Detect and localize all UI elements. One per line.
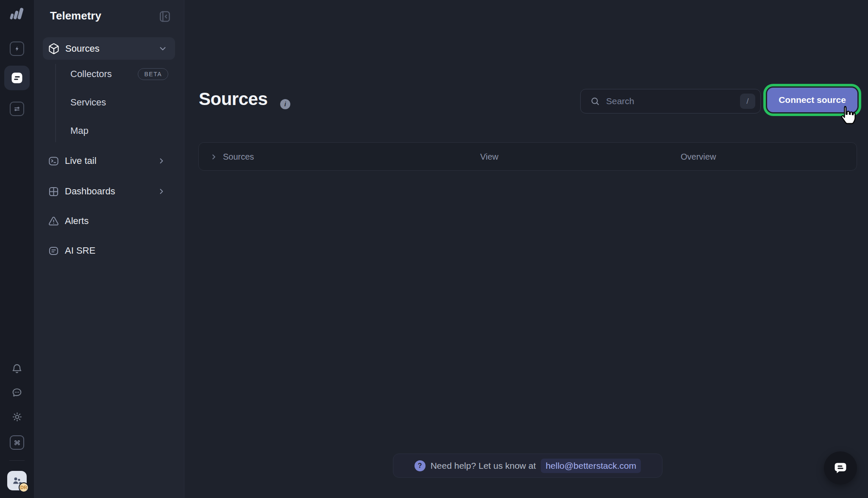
feedback-button[interactable]	[11, 387, 23, 400]
sidebar-item-ai-sre[interactable]: AI SRE	[43, 241, 175, 260]
search-input[interactable]	[606, 96, 740, 106]
app-root: DR Telemetry Sources Collec	[0, 0, 868, 498]
terminal-icon	[48, 155, 59, 167]
grid-icon	[48, 186, 59, 197]
rail-row-account: DR	[0, 471, 34, 490]
sliders-nav-button[interactable]	[10, 102, 24, 116]
lightning-icon	[13, 45, 21, 53]
chevron-down-icon	[158, 44, 167, 53]
sidebar-item-label: AI SRE	[65, 245, 95, 256]
beta-badge: BETA	[138, 68, 168, 80]
table-group-toggle[interactable]: Sources	[210, 143, 254, 171]
search-icon	[590, 96, 600, 106]
rail-row-uptime	[0, 42, 34, 56]
connect-source-button[interactable]: Connect source	[767, 88, 857, 112]
rail-row-feedback	[0, 387, 34, 400]
chat-dots-icon	[11, 387, 23, 398]
sidebar-item-label: Collectors	[70, 69, 112, 80]
chat-bubble-icon	[832, 460, 849, 476]
shortcuts-button[interactable]	[10, 435, 24, 450]
sidebar-item-services[interactable]: Services	[43, 93, 175, 112]
help-email-link[interactable]: hello@betterstack.com	[541, 459, 641, 473]
sidebar: Telemetry Sources Collectors BETA	[34, 0, 184, 498]
icon-rail: DR	[0, 0, 34, 498]
column-header-overview: Overview	[681, 152, 716, 162]
page-title: Sources	[199, 89, 267, 109]
rail-row-notifications	[0, 363, 34, 376]
cube-icon	[48, 43, 60, 55]
info-icon[interactable]: i	[280, 99, 290, 109]
sidebar-collapse-button[interactable]	[158, 9, 172, 24]
theme-toggle-button[interactable]	[11, 411, 23, 424]
chevron-right-icon	[157, 157, 166, 165]
logo-row	[0, 5, 34, 22]
chevron-right-icon	[210, 153, 218, 161]
help-text: Need help? Let us know at	[431, 461, 536, 471]
sidebar-item-map[interactable]: Map	[43, 122, 175, 140]
notifications-button[interactable]	[11, 363, 23, 376]
search-shortcut-key: /	[740, 94, 755, 109]
warning-triangle-icon	[48, 216, 59, 227]
rail-divider	[9, 460, 25, 461]
column-header-sources: Sources	[223, 152, 254, 162]
sidebar-title: Telemetry	[50, 9, 101, 22]
bell-icon	[11, 363, 23, 375]
sidebar-item-alerts[interactable]: Alerts	[43, 211, 175, 231]
command-icon	[13, 439, 21, 447]
logs-icon	[11, 72, 23, 84]
sidebar-item-label: Dashboards	[65, 186, 115, 197]
avatar-initials-badge: DR	[19, 482, 29, 492]
sliders-icon	[13, 105, 21, 113]
rail-row-shortcuts	[0, 435, 34, 450]
search-box[interactable]: /	[580, 89, 761, 113]
question-icon: ?	[415, 460, 426, 471]
sidebar-item-label: Alerts	[65, 216, 89, 227]
betterstack-logo-icon[interactable]	[7, 5, 27, 22]
sources-table-header: Sources View Overview	[198, 142, 857, 171]
uptime-nav-button[interactable]	[10, 42, 24, 56]
chat-widget-button[interactable]	[824, 451, 857, 484]
sidebar-item-label: Sources	[65, 43, 100, 54]
rail-row-integrations	[0, 102, 34, 116]
sidebar-item-sources[interactable]: Sources	[43, 37, 175, 60]
sun-icon	[11, 411, 23, 423]
sidebar-item-label: Map	[70, 125, 89, 136]
rail-row-telemetry	[0, 66, 34, 90]
sidebar-item-collectors[interactable]: Collectors BETA	[43, 65, 175, 83]
avatar[interactable]: DR	[7, 471, 27, 490]
help-banner: ? Need help? Let us know at hello@better…	[393, 454, 662, 478]
rail-row-theme	[0, 411, 34, 424]
telemetry-nav-button[interactable]	[4, 66, 30, 90]
sidebar-item-label: Services	[70, 97, 106, 108]
sidebar-item-dashboards[interactable]: Dashboards	[43, 182, 175, 201]
sidebar-item-live-tail[interactable]: Live tail	[43, 151, 175, 171]
panel-collapse-icon	[158, 10, 172, 23]
chevron-right-icon	[157, 187, 166, 196]
message-square-icon	[48, 245, 59, 257]
column-header-view: View	[480, 152, 498, 162]
sidebar-item-label: Live tail	[65, 155, 97, 166]
